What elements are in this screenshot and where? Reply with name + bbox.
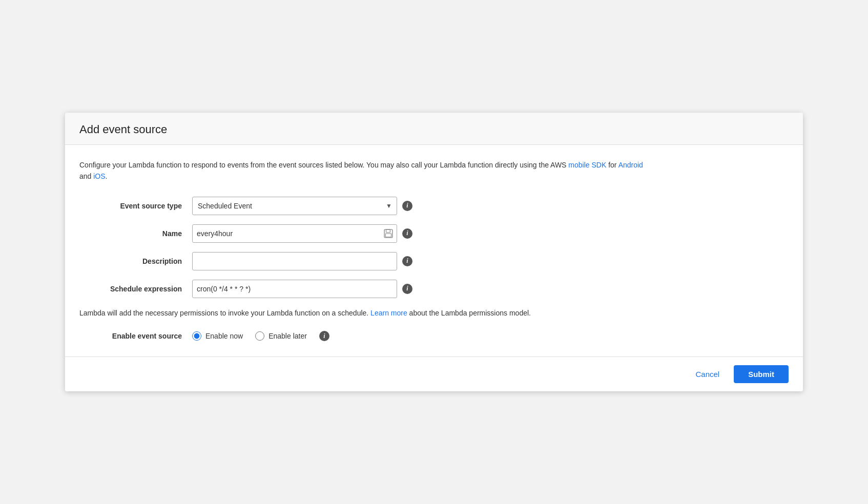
modal-header: Add event source [65, 113, 803, 145]
submit-button[interactable]: Submit [734, 365, 789, 383]
enable-now-label: Enable now [205, 332, 243, 340]
intro-text-before-link1: Configure your Lambda function to respon… [79, 161, 568, 169]
name-info-icon[interactable]: i [402, 228, 412, 239]
schedule-expression-info-icon[interactable]: i [402, 284, 412, 294]
event-source-type-label: Event source type [79, 202, 192, 210]
event-source-type-control: Scheduled Event Kinesis Stream DynamoDB … [192, 197, 412, 215]
name-row: Name i [79, 224, 789, 243]
enable-now-radio[interactable] [192, 331, 201, 341]
schedule-expression-control: i [192, 280, 412, 298]
permission-note-after: about the Lambda permissions model. [407, 309, 531, 317]
enable-event-source-label: Enable event source [79, 332, 192, 340]
modal-footer: Cancel Submit [65, 356, 803, 391]
permission-note: Lambda will add the necessary permission… [79, 307, 643, 319]
android-link[interactable]: Android [618, 161, 643, 169]
enable-source-info-icon[interactable]: i [319, 331, 329, 341]
enable-later-option[interactable]: Enable later [255, 331, 307, 341]
description-row: Description i [79, 252, 789, 270]
enable-event-source-row: Enable event source Enable now Enable la… [79, 331, 789, 341]
event-source-type-select[interactable]: Scheduled Event Kinesis Stream DynamoDB … [192, 197, 397, 215]
schedule-expression-label: Schedule expression [79, 285, 192, 293]
name-input[interactable] [192, 224, 397, 243]
intro-text-between: for [606, 161, 618, 169]
intro-text: Configure your Lambda function to respon… [79, 159, 643, 182]
intro-text-end: . [106, 172, 108, 180]
enable-later-radio[interactable] [255, 331, 264, 341]
ios-link[interactable]: iOS [93, 172, 105, 180]
enable-event-source-control: Enable now Enable later i [192, 331, 329, 341]
learn-more-link[interactable]: Learn more [370, 309, 407, 317]
event-source-type-info-icon[interactable]: i [402, 201, 412, 211]
schedule-expression-row: Schedule expression i [79, 280, 789, 298]
description-control: i [192, 252, 412, 270]
name-control: i [192, 224, 412, 243]
description-input[interactable] [192, 252, 397, 270]
mobile-sdk-link[interactable]: mobile SDK [568, 161, 606, 169]
add-event-source-modal: Add event source Configure your Lambda f… [65, 113, 803, 391]
name-input-wrap [192, 224, 397, 243]
event-source-type-select-wrap: Scheduled Event Kinesis Stream DynamoDB … [192, 197, 397, 215]
description-info-icon[interactable]: i [402, 256, 412, 266]
modal-title: Add event source [79, 123, 789, 136]
event-source-type-row: Event source type Scheduled Event Kinesi… [79, 197, 789, 215]
description-label: Description [79, 257, 192, 265]
cancel-button[interactable]: Cancel [688, 366, 727, 383]
permission-note-before: Lambda will add the necessary permission… [79, 309, 370, 317]
name-label: Name [79, 229, 192, 238]
modal-body: Configure your Lambda function to respon… [65, 145, 803, 356]
intro-text-and: and [79, 172, 93, 180]
enable-radio-group: Enable now Enable later i [192, 331, 329, 341]
enable-later-label: Enable later [268, 332, 307, 340]
enable-now-option[interactable]: Enable now [192, 331, 243, 341]
schedule-expression-input[interactable] [192, 280, 397, 298]
